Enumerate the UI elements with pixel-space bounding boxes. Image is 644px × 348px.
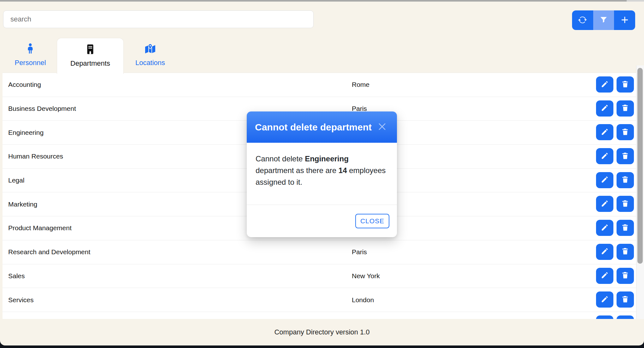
search-input[interactable] (3, 10, 314, 28)
tab-label: Departments (70, 59, 110, 68)
delete-button[interactable] (617, 268, 634, 284)
delete-button[interactable] (617, 124, 634, 140)
department-location: London (352, 296, 374, 304)
department-name: Legal (8, 177, 24, 184)
trash-icon (621, 176, 629, 184)
trash-icon (621, 152, 629, 161)
delete-button[interactable] (617, 148, 634, 164)
window-top-edge (0, 0, 644, 2)
department-name: Business Development (8, 105, 76, 112)
row-actions (596, 196, 634, 212)
filter-button[interactable] (593, 10, 614, 30)
row-actions (596, 220, 634, 236)
edit-button[interactable] (596, 148, 613, 164)
add-button[interactable] (614, 10, 635, 30)
row-actions (596, 244, 634, 260)
table-row: Accounting Rome (3, 73, 636, 97)
tab-personnel[interactable]: Personnel (4, 38, 57, 73)
pencil-icon (601, 224, 609, 232)
close-x-icon (377, 121, 387, 133)
trash-icon (621, 104, 629, 113)
edit-button[interactable] (596, 315, 613, 319)
department-name: Product Management (8, 224, 72, 232)
row-actions (596, 172, 634, 188)
row-actions (596, 291, 634, 308)
department-name: Accounting (8, 81, 41, 88)
delete-button[interactable] (617, 100, 634, 117)
row-actions (596, 100, 634, 117)
trash-icon (621, 295, 629, 304)
app-footer: Company Directory version 1.0 (0, 319, 644, 345)
trash-icon (621, 128, 629, 137)
department-location: Rome (352, 81, 369, 88)
table-row: Sales New York (3, 264, 636, 288)
edit-button[interactable] (596, 291, 613, 308)
modal-body: Cannot delete Engineering department as … (247, 143, 397, 205)
edit-button[interactable] (596, 76, 613, 93)
delete-button[interactable] (617, 315, 634, 319)
department-name: Sales (8, 272, 25, 280)
delete-button[interactable] (617, 220, 634, 236)
delete-button[interactable] (617, 76, 634, 93)
building-icon (85, 44, 96, 57)
edit-button[interactable] (596, 268, 613, 284)
delete-button[interactable] (617, 244, 634, 260)
pencil-icon (601, 247, 609, 256)
map-location-pin-icon (145, 43, 156, 56)
scrollbar-thumb[interactable] (637, 68, 643, 264)
pencil-icon (601, 152, 609, 161)
table-row: Research and Development Paris (3, 240, 636, 264)
table-row: Services London (3, 288, 636, 312)
pencil-icon (601, 295, 609, 304)
tab-label: Locations (135, 59, 165, 67)
pencil-icon (601, 80, 609, 89)
table-row (3, 312, 636, 319)
modal-message: Cannot delete Engineering department as … (256, 154, 386, 186)
modal-close-button[interactable] (375, 121, 389, 134)
row-actions (596, 76, 634, 93)
close-button[interactable]: CLOSE (355, 214, 389, 228)
person-icon (25, 43, 36, 56)
edit-button[interactable] (596, 172, 613, 188)
tab-departments[interactable]: Departments (57, 38, 124, 74)
department-name: Research and Development (8, 248, 90, 256)
tab-locations[interactable]: Locations (124, 38, 177, 73)
delete-button[interactable] (617, 196, 634, 212)
edit-button[interactable] (596, 124, 613, 140)
department-name: Marketing (8, 201, 37, 208)
tab-bar: Personnel Departments (4, 38, 177, 73)
refresh-icon (578, 15, 587, 25)
row-actions (596, 315, 634, 319)
pencil-icon (601, 176, 609, 184)
trash-icon (621, 200, 629, 208)
edit-button[interactable] (596, 196, 613, 212)
edit-button[interactable] (596, 100, 613, 117)
pencil-icon (601, 128, 609, 137)
footer-text: Company Directory version 1.0 (274, 328, 369, 336)
modal-header: Cannot delete department (247, 111, 397, 143)
pencil-icon (601, 271, 609, 280)
plus-icon (620, 15, 629, 25)
trash-icon (621, 224, 629, 232)
refresh-button[interactable] (572, 10, 593, 30)
delete-button[interactable] (617, 291, 634, 308)
department-location: New York (352, 272, 380, 280)
department-name: Services (8, 296, 34, 304)
toolbar-button-group (572, 10, 635, 30)
trash-icon (621, 80, 629, 89)
cannot-delete-modal: Cannot delete department Cannot delete E… (247, 111, 397, 237)
row-actions (596, 268, 634, 284)
modal-title: Cannot delete department (255, 122, 375, 133)
pencil-icon (601, 200, 609, 208)
edit-button[interactable] (596, 244, 613, 260)
modal-footer: CLOSE (247, 205, 397, 237)
trash-icon (621, 271, 629, 280)
company-directory-page: Personnel Departments (0, 2, 644, 345)
pencil-icon (601, 104, 609, 113)
vertical-scrollbar (636, 65, 644, 319)
row-actions (596, 148, 634, 164)
edit-button[interactable] (596, 220, 613, 236)
department-name: Human Resources (8, 153, 63, 160)
delete-button[interactable] (617, 172, 634, 188)
row-actions (596, 124, 634, 140)
